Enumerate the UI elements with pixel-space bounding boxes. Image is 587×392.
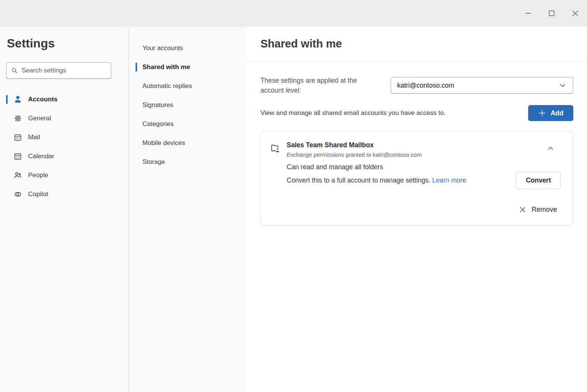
sidebar-item-general[interactable]: General — [6, 109, 129, 128]
mailbox-subtitle: Exchange permissions granted to katri@co… — [287, 151, 546, 158]
subnav-item-mobile-devices[interactable]: Mobile devices — [129, 134, 247, 153]
settings-window: Settings Accounts — [0, 27, 587, 392]
account-level-label: These settings are applied at the accoun… — [260, 76, 369, 95]
accounts-subnav: Your accounts Shared with me Automatic r… — [129, 27, 247, 392]
convert-text: Convert this to a full account to manage… — [287, 176, 466, 184]
sidebar-item-calendar[interactable]: Calendar — [6, 147, 129, 166]
shared-mailbox-card: Sales Team Shared Mailbox Exchange permi… — [260, 131, 573, 225]
remove-label: Remove — [532, 206, 557, 214]
description-row: View and manage all shared email account… — [260, 105, 573, 121]
sidebar-item-label: People — [28, 172, 48, 179]
chevron-up-icon — [546, 144, 555, 153]
sidebar-item-mail[interactable]: Mail — [6, 128, 129, 147]
subnav-item-label: Automatic replies — [142, 82, 192, 90]
mailbox-title: Sales Team Shared Mailbox — [287, 141, 546, 149]
chevron-down-icon — [559, 81, 567, 90]
settings-sidebar: Settings Accounts — [0, 27, 129, 392]
gear-icon — [14, 114, 22, 123]
person-icon — [14, 95, 22, 104]
subnav-item-your-accounts[interactable]: Your accounts — [129, 39, 247, 58]
convert-button[interactable]: Convert — [516, 172, 561, 189]
sidebar-item-label: Mail — [28, 134, 40, 141]
selected-indicator — [6, 95, 8, 104]
people-icon — [14, 171, 22, 179]
subnav-item-label: Storage — [142, 158, 165, 166]
subnav-item-shared-with-me[interactable]: Shared with me — [129, 58, 247, 77]
window-titlebar — [0, 0, 587, 27]
sidebar-item-people[interactable]: People — [6, 166, 129, 185]
maximize-button[interactable] — [543, 5, 560, 22]
subnav-item-label: Shared with me — [142, 63, 190, 71]
plus-icon — [538, 109, 546, 117]
sidebar-item-copilot[interactable]: Copilot — [6, 185, 129, 204]
subnav-item-signatures[interactable]: Signatures — [129, 96, 247, 115]
x-icon — [519, 206, 527, 214]
convert-row: Convert this to a full account to manage… — [287, 172, 564, 189]
sidebar-item-label: General — [28, 115, 51, 122]
mailbox-card-header: Sales Team Shared Mailbox Exchange permi… — [270, 141, 564, 158]
sidebar-item-label: Copilot — [28, 190, 48, 198]
learn-more-link[interactable]: Learn more — [432, 176, 466, 184]
shared-accounts-description: View and manage all shared email account… — [260, 109, 445, 117]
account-dropdown[interactable]: katri@contoso.com — [391, 77, 573, 94]
subnav-item-automatic-replies[interactable]: Automatic replies — [129, 77, 247, 96]
subnav-item-categories[interactable]: Categories — [129, 115, 247, 134]
pane-title: Shared with me — [260, 38, 342, 50]
close-button[interactable] — [566, 5, 584, 22]
sidebar-nav: Accounts General — [6, 90, 129, 204]
add-button-label: Add — [551, 109, 563, 117]
subnav-item-label: Your accounts — [142, 44, 183, 52]
subnav-item-label: Mobile devices — [142, 139, 185, 147]
subnav-item-label: Categories — [142, 120, 174, 128]
search-input[interactable] — [22, 67, 106, 74]
account-dropdown-value: katri@contoso.com — [397, 82, 454, 90]
maximize-icon — [548, 9, 555, 17]
mail-icon — [14, 133, 22, 142]
shared-with-me-pane: Shared with me These settings are applie… — [247, 27, 587, 392]
copilot-icon — [14, 190, 22, 198]
close-icon — [571, 9, 579, 17]
selected-indicator — [136, 63, 137, 72]
calendar-icon — [14, 152, 22, 161]
pane-header: Shared with me — [247, 27, 587, 61]
permission-text: Can read and manage all folders — [287, 163, 564, 171]
sidebar-item-label: Calendar — [28, 153, 54, 160]
add-button[interactable]: Add — [528, 105, 573, 121]
subnav-item-storage[interactable]: Storage — [129, 153, 247, 172]
collapse-card-button[interactable] — [546, 144, 555, 153]
sidebar-item-accounts[interactable]: Accounts — [6, 90, 129, 109]
search-icon — [11, 67, 18, 74]
search-box[interactable] — [6, 62, 111, 79]
minimize-button[interactable] — [519, 5, 537, 22]
shared-folder-icon — [270, 143, 281, 153]
mailbox-card-titles: Sales Team Shared Mailbox Exchange permi… — [287, 141, 546, 158]
remove-button[interactable]: Remove — [270, 206, 564, 214]
subnav-item-label: Signatures — [142, 101, 173, 109]
page-title: Settings — [7, 36, 129, 50]
account-level-row: These settings are applied at the accoun… — [260, 76, 573, 95]
minimize-icon — [524, 9, 532, 17]
sidebar-item-label: Accounts — [28, 96, 57, 103]
convert-text-body: Convert this to a full account to manage… — [287, 176, 432, 184]
